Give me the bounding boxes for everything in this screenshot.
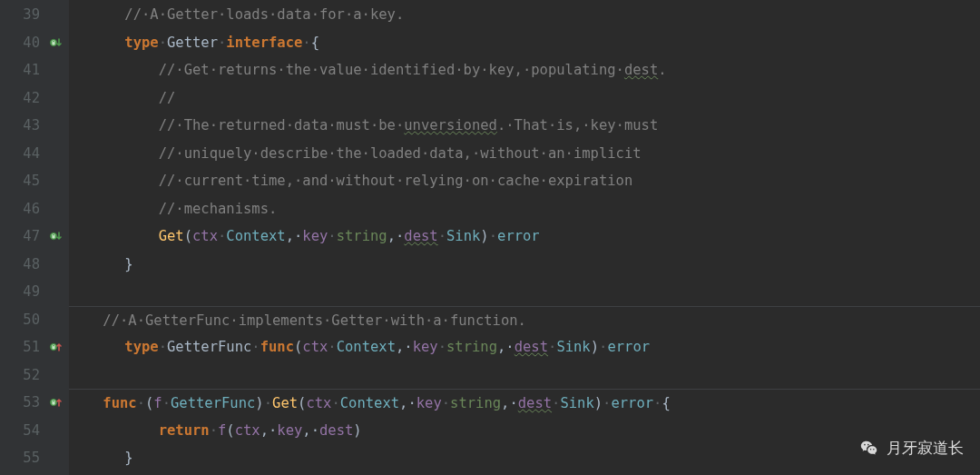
code-line[interactable]: //·current·time,·and·without·relying·on·… [91, 167, 980, 195]
code-line[interactable]: func·(f·GetterFunc)·Get(ctx·Context,·key… [69, 389, 980, 417]
type-ref: Context [337, 339, 396, 355]
indent-whitespace [91, 62, 159, 78]
comment-text: ·implements·Getter·with·a·function. [230, 312, 526, 329]
code-line[interactable]: //·mechanisms. [91, 195, 980, 223]
code-line[interactable]: return·f(ctx,·key,·dest) [91, 417, 980, 445]
token: Getter [167, 35, 218, 51]
line-number: 51 [0, 333, 40, 361]
type-ref: error [497, 228, 540, 244]
token: ,· [501, 395, 518, 411]
indent-whitespace [91, 228, 159, 244]
line-number: 41 [0, 56, 40, 84]
line-number: 47 [0, 223, 40, 251]
code-line[interactable]: //·A·GetterFunc·implements·Getter·with·a… [69, 306, 980, 334]
indent-whitespace [91, 35, 124, 51]
indent-whitespace [91, 117, 159, 134]
whitespace-dot: · [442, 395, 450, 411]
implements-icon[interactable] [49, 341, 62, 353]
whitespace-dot: · [159, 35, 167, 51]
code-line[interactable]: //·The·returned·data·must·be·unversioned… [91, 112, 980, 140]
code-line[interactable]: } [91, 444, 980, 472]
code-line[interactable]: // [91, 84, 980, 113]
token: ( [145, 395, 153, 411]
whitespace-dot: · [159, 339, 167, 355]
indent-whitespace [91, 339, 124, 355]
identifier: ctx [302, 339, 328, 355]
comment-text: //·mechanisms. [159, 201, 278, 217]
identifier: key [277, 422, 302, 439]
type-ref: Context [226, 228, 285, 244]
identifier: key [302, 228, 328, 244]
line-number: 54 [0, 417, 40, 445]
comment-text: //·current·time,·and·without·relying·on·… [159, 173, 633, 189]
builtin-type: string [446, 339, 497, 355]
line-number: 52 [0, 361, 40, 390]
identifier: dest [518, 395, 552, 411]
keyword: type [124, 339, 158, 355]
whitespace-dot: · [302, 35, 310, 51]
code-line[interactable]: Get(ctx·Context,·key·string,·dest·Sink)·… [91, 223, 980, 251]
code-editor[interactable]: 3940414243444546474849505152535455 //·A·… [0, 0, 980, 475]
token: } [124, 450, 132, 466]
identifier: ctx [235, 422, 260, 439]
function-name: Get [272, 395, 298, 411]
svg-rect-5 [53, 234, 54, 235]
comment-text: //·uniquely·describe·the·loaded·data,·wi… [159, 145, 642, 162]
line-number: 55 [0, 444, 40, 472]
token: ( [298, 395, 306, 411]
type-ref: error [607, 339, 650, 355]
implements-icon[interactable] [49, 396, 62, 409]
line-number: 42 [0, 84, 40, 113]
line-number: 44 [0, 140, 40, 168]
comment-text: //·The·returned·data·must·be· [159, 117, 405, 134]
line-number-gutter: 3940414243444546474849505152535455 [0, 0, 69, 475]
token: ( [184, 228, 192, 244]
code-line[interactable] [91, 361, 980, 390]
code-line[interactable]: //·uniquely·describe·the·loaded·data,·wi… [91, 140, 980, 168]
code-area[interactable]: //·A·Getter·loads·data·for·a·key. type·G… [69, 0, 980, 475]
whitespace-dot: · [328, 228, 336, 244]
whitespace-dot: · [210, 422, 218, 439]
code-line[interactable] [91, 278, 980, 306]
whitespace-dot: · [328, 339, 336, 355]
implemented-icon[interactable] [49, 36, 62, 49]
implemented-icon[interactable] [49, 230, 62, 242]
token: ,· [260, 422, 278, 439]
token: ( [294, 339, 302, 355]
builtin-type: string [337, 228, 387, 244]
type-ref: Sink [560, 395, 593, 411]
comment-text: dest [624, 62, 658, 78]
svg-rect-8 [53, 345, 54, 346]
token: { [311, 35, 319, 51]
line-number: 40 [0, 29, 40, 57]
line-number: 43 [0, 112, 40, 140]
token: ,· [399, 395, 416, 411]
indent-whitespace [91, 256, 124, 272]
type-ref: Sink [556, 339, 590, 355]
token: ,· [302, 422, 319, 439]
code-line[interactable]: type·GetterFunc·func(ctx·Context,·key·st… [91, 333, 980, 361]
whitespace-dot: · [331, 395, 339, 411]
whitespace-dot: · [489, 228, 497, 244]
whitespace-dot: · [251, 339, 260, 355]
comment-text: //·Get·returns·the·value·identified·by·k… [159, 62, 624, 78]
token: ,· [497, 339, 514, 355]
identifier: ctx [306, 395, 331, 411]
watermark: 月牙寂道长 [859, 435, 964, 463]
identifier: ctx [192, 228, 218, 244]
comment-text: . [658, 62, 666, 78]
token: ,· [396, 339, 413, 355]
identifier: key [416, 395, 442, 411]
token: { [662, 395, 670, 411]
indent-whitespace [69, 312, 103, 329]
type-ref: error [611, 395, 653, 411]
code-line[interactable]: type·Getter·interface·{ [91, 29, 980, 57]
token: ) [591, 339, 599, 355]
keyword: interface [226, 35, 302, 51]
identifier: f [218, 422, 226, 439]
code-line[interactable]: } [91, 251, 980, 279]
line-number: 39 [0, 1, 40, 29]
code-line[interactable]: //·Get·returns·the·value·identified·by·k… [91, 56, 980, 84]
keyword: return [159, 422, 210, 439]
code-line[interactable]: //·A·Getter·loads·data·for·a·key. [91, 1, 980, 29]
